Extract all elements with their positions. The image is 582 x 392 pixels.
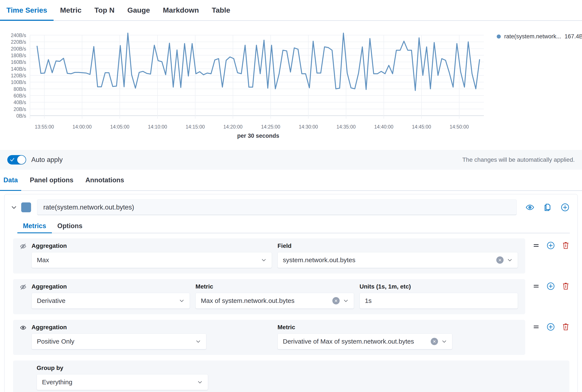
add-metric-icon[interactable] bbox=[547, 242, 555, 250]
tab-label: Data bbox=[4, 176, 18, 184]
tab-panel-options[interactable]: Panel options bbox=[26, 170, 77, 190]
select-value: Derivative of Max of system.network.out.… bbox=[283, 338, 431, 345]
units-label: Units (1s, 1m, etc) bbox=[360, 283, 518, 290]
tab-label: Panel options bbox=[30, 176, 73, 184]
input-value: 1s bbox=[365, 297, 512, 304]
tab-markdown[interactable]: Markdown bbox=[156, 0, 205, 20]
tab-label: Metrics bbox=[23, 222, 46, 230]
tab-options[interactable]: Options bbox=[52, 219, 88, 233]
svg-text:160B/s: 160B/s bbox=[11, 59, 26, 65]
tab-label: Table bbox=[212, 6, 230, 14]
auto-apply-hint: The changes will be automatically applie… bbox=[462, 156, 575, 163]
tab-metrics[interactable]: Metrics bbox=[17, 219, 52, 233]
tab-metric[interactable]: Metric bbox=[54, 0, 88, 20]
eye-slash-icon bbox=[20, 284, 27, 291]
toggle-knob bbox=[17, 156, 26, 164]
plus-in-circle-icon bbox=[561, 203, 569, 212]
clone-series-button[interactable] bbox=[543, 203, 552, 212]
svg-text:14:45:00: 14:45:00 bbox=[412, 124, 431, 130]
auto-apply-toggle[interactable] bbox=[7, 155, 26, 164]
chevron-down-icon bbox=[11, 204, 17, 210]
aggregation-select[interactable]: Positive Only bbox=[32, 334, 206, 349]
svg-text:14:40:00: 14:40:00 bbox=[374, 124, 393, 130]
metric-label: Metric bbox=[278, 324, 518, 331]
eye-icon bbox=[20, 324, 27, 332]
chart-legend-item[interactable]: rate(system.network... 167.4B/s bbox=[497, 33, 582, 40]
series-tabs: Metrics Options bbox=[17, 219, 570, 233]
time-series-chart: 0B/s20B/s40B/s60B/s80B/s100B/s120B/s140B… bbox=[0, 21, 582, 150]
auto-apply-label: Auto apply bbox=[31, 156, 63, 164]
group-by-row: Group by Everything bbox=[13, 360, 570, 392]
drag-handle-icon[interactable] bbox=[532, 242, 540, 249]
svg-text:80B/s: 80B/s bbox=[14, 86, 26, 92]
select-value: Everything bbox=[42, 378, 197, 386]
series-actions bbox=[526, 203, 569, 212]
time-series-chart-area: 0B/s20B/s40B/s60B/s80B/s100B/s120B/s140B… bbox=[0, 21, 582, 150]
units-input[interactable]: 1s bbox=[360, 293, 518, 309]
metric-visible-indicator bbox=[20, 324, 32, 349]
tab-data[interactable]: Data bbox=[0, 170, 21, 190]
tab-label: Options bbox=[58, 222, 83, 230]
editor-tabs: Data Panel options Annotations bbox=[0, 170, 582, 191]
series-color-swatch[interactable] bbox=[21, 202, 31, 212]
tab-annotations[interactable]: Annotations bbox=[82, 170, 128, 190]
collapse-series-button[interactable] bbox=[9, 203, 19, 212]
chevron-down-icon bbox=[261, 257, 267, 263]
chevron-down-icon bbox=[343, 298, 349, 304]
chevron-down-icon bbox=[507, 257, 512, 263]
metric-hidden-indicator bbox=[20, 242, 32, 268]
series-header bbox=[5, 194, 577, 218]
chevron-down-icon bbox=[179, 298, 185, 304]
tab-table[interactable]: Table bbox=[205, 0, 237, 20]
tab-gauge[interactable]: Gauge bbox=[121, 0, 156, 20]
group-by-select[interactable]: Everything bbox=[37, 374, 208, 390]
toggle-series-visibility-button[interactable] bbox=[526, 203, 534, 212]
svg-text:14:25:00: 14:25:00 bbox=[261, 124, 280, 130]
metric-card: Aggregation Derivative Metric Max of sys… bbox=[13, 279, 525, 314]
field-label: Field bbox=[278, 242, 518, 250]
delete-metric-icon[interactable] bbox=[562, 242, 570, 250]
add-series-button[interactable] bbox=[561, 203, 569, 212]
series-label-input[interactable] bbox=[37, 200, 517, 215]
add-metric-icon[interactable] bbox=[547, 323, 555, 331]
select-value: Max of system.network.out.bytes bbox=[201, 297, 332, 304]
svg-text:14:15:00: 14:15:00 bbox=[186, 124, 205, 130]
delete-metric-icon[interactable] bbox=[562, 282, 570, 290]
tab-label: Gauge bbox=[127, 6, 150, 14]
svg-text:14:30:00: 14:30:00 bbox=[299, 124, 318, 130]
metric-combobox[interactable]: Max of system.network.out.bytes ✕ bbox=[195, 293, 354, 309]
aggregation-select[interactable]: Derivative bbox=[32, 293, 190, 309]
drag-handle-icon[interactable] bbox=[532, 282, 540, 290]
eye-slash-icon bbox=[20, 243, 27, 250]
clear-selection-icon[interactable]: ✕ bbox=[496, 256, 503, 264]
svg-text:100B/s: 100B/s bbox=[11, 80, 26, 85]
legend-series-value: 167.4B/s bbox=[565, 33, 582, 40]
tab-top-n[interactable]: Top N bbox=[88, 0, 121, 20]
svg-text:0B/s: 0B/s bbox=[16, 113, 26, 119]
svg-text:180B/s: 180B/s bbox=[11, 53, 26, 58]
tab-label: Markdown bbox=[163, 6, 199, 14]
tab-label: Top N bbox=[94, 6, 115, 14]
aggregation-select[interactable]: Max bbox=[32, 252, 272, 268]
clear-selection-icon[interactable]: ✕ bbox=[431, 338, 438, 345]
clear-selection-icon[interactable]: ✕ bbox=[332, 297, 340, 304]
field-combobox[interactable]: system.network.out.bytes ✕ bbox=[278, 252, 518, 268]
svg-text:14:35:00: 14:35:00 bbox=[336, 124, 356, 130]
svg-text:13:55:00: 13:55:00 bbox=[35, 124, 54, 130]
metric-combobox[interactable]: Derivative of Max of system.network.out.… bbox=[278, 334, 452, 349]
select-value: Max bbox=[37, 256, 261, 264]
visualization-type-tabs: Time Series Metric Top N Gauge Markdown … bbox=[0, 0, 582, 21]
add-metric-icon[interactable] bbox=[547, 282, 555, 290]
chevron-down-icon bbox=[441, 339, 447, 344]
metrics-list: Aggregation Max Field system.network.out… bbox=[5, 233, 577, 392]
svg-text:200B/s: 200B/s bbox=[11, 46, 26, 52]
svg-text:14:50:00: 14:50:00 bbox=[450, 124, 469, 130]
drag-handle-icon[interactable] bbox=[532, 323, 540, 330]
tsvb-editor: Time Series Metric Top N Gauge Markdown … bbox=[0, 0, 582, 392]
delete-metric-icon[interactable] bbox=[562, 323, 570, 331]
tab-time-series[interactable]: Time Series bbox=[0, 0, 54, 20]
tab-label: Annotations bbox=[85, 176, 124, 184]
tab-label: Metric bbox=[60, 6, 82, 14]
svg-text:140B/s: 140B/s bbox=[11, 66, 26, 72]
svg-text:240B/s: 240B/s bbox=[11, 32, 26, 38]
